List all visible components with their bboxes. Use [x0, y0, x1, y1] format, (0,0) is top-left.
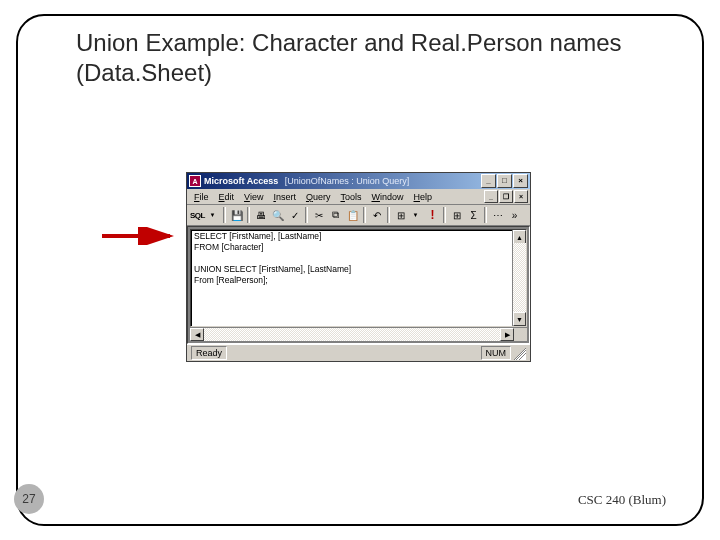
toolbar-separator — [247, 207, 250, 223]
totals-icon: Σ — [470, 210, 476, 221]
querytype-icon: ⊞ — [397, 210, 405, 221]
spelling-button[interactable]: ✓ — [286, 207, 303, 224]
menu-file[interactable]: File — [189, 191, 214, 203]
show-table-button[interactable]: ⊞ — [448, 207, 465, 224]
sql-text-content: SELECT [FirstName], [LastName] FROM [Cha… — [194, 231, 351, 286]
totals-button[interactable]: Σ — [465, 207, 482, 224]
status-numlock: NUM — [481, 346, 512, 360]
slide-container: Union Example: Character and Real.Person… — [0, 0, 720, 540]
toolbar-separator — [305, 207, 308, 223]
toolbar: SQL ▼ 💾 🖶 🔍 ✓ ✂ ⧉ 📋 ↶ ⊞ ▼ ! ⊞ Σ ⋯ » — [187, 205, 530, 226]
paste-icon: 📋 — [347, 210, 359, 221]
copy-icon: ⧉ — [332, 209, 339, 221]
view-dropdown-button[interactable]: ▼ — [204, 207, 221, 224]
print-button[interactable]: 🖶 — [252, 207, 269, 224]
save-icon: 💾 — [231, 210, 243, 221]
scroll-left-button[interactable]: ◀ — [190, 328, 204, 341]
cut-icon: ✂ — [315, 210, 323, 221]
menu-help[interactable]: Help — [409, 191, 438, 203]
save-button[interactable]: 💾 — [228, 207, 245, 224]
print-icon: 🖶 — [256, 210, 266, 221]
maximize-button[interactable]: □ — [497, 174, 512, 188]
menu-edit[interactable]: Edit — [214, 191, 240, 203]
child-close-button[interactable]: × — [514, 190, 528, 203]
status-bar: Ready NUM — [187, 344, 530, 361]
scroll-track[interactable] — [204, 328, 500, 341]
spell-icon: ✓ — [291, 210, 299, 221]
scroll-track[interactable] — [513, 243, 526, 313]
menu-bar: File Edit View Insert Query Tools Window… — [187, 189, 530, 205]
toolbar-separator — [443, 207, 446, 223]
window-titlebar[interactable]: A Microsoft Access [UnionOfNames : Union… — [187, 173, 530, 189]
toolbar-separator — [363, 207, 366, 223]
scroll-up-button[interactable]: ▲ — [513, 230, 526, 244]
menu-query[interactable]: Query — [301, 191, 336, 203]
mdi-child-controls: _ ❐ × — [484, 190, 528, 203]
access-window: A Microsoft Access [UnionOfNames : Union… — [186, 172, 531, 362]
scroll-right-button[interactable]: ▶ — [500, 328, 514, 341]
slide-number-badge: 27 — [14, 484, 44, 514]
vertical-scrollbar[interactable]: ▲ ▼ — [512, 230, 526, 326]
titlebar-caption: Microsoft Access [UnionOfNames : Union Q… — [204, 176, 481, 186]
sql-text-area[interactable]: SELECT [FirstName], [LastName] FROM [Cha… — [190, 229, 527, 327]
minimize-button[interactable]: _ — [481, 174, 496, 188]
menu-tools[interactable]: Tools — [335, 191, 366, 203]
child-minimize-button[interactable]: _ — [484, 190, 498, 203]
callout-arrow — [100, 227, 180, 249]
copy-button[interactable]: ⧉ — [327, 207, 344, 224]
close-button[interactable]: × — [513, 174, 528, 188]
access-app-icon: A — [189, 175, 201, 187]
menu-view[interactable]: View — [239, 191, 268, 203]
app-name: Microsoft Access — [204, 176, 278, 186]
undo-icon: ↶ — [373, 210, 381, 221]
undo-button[interactable]: ↶ — [368, 207, 385, 224]
overflow-icon: » — [512, 210, 518, 221]
scroll-down-button[interactable]: ▼ — [513, 312, 526, 326]
window-control-buttons: _ □ × — [481, 174, 528, 188]
print-preview-button[interactable]: 🔍 — [269, 207, 286, 224]
slide-title: Union Example: Character and Real.Person… — [76, 28, 656, 88]
document-name: [UnionOfNames : Union Query] — [285, 176, 410, 186]
run-button[interactable]: ! — [424, 207, 441, 224]
more-icon: ⋯ — [493, 210, 503, 221]
horizontal-scrollbar[interactable]: ◀ ▶ — [190, 327, 527, 341]
show-table-icon: ⊞ — [453, 210, 461, 221]
toolbar-separator — [484, 207, 487, 223]
run-icon: ! — [431, 208, 435, 222]
resize-grip[interactable] — [513, 347, 526, 360]
menu-window[interactable]: Window — [366, 191, 408, 203]
menu-insert[interactable]: Insert — [268, 191, 301, 203]
query-type-dropdown-button[interactable]: ▼ — [407, 207, 424, 224]
preview-icon: 🔍 — [272, 210, 284, 221]
status-ready: Ready — [191, 346, 227, 360]
toolbar-overflow-button[interactable]: » — [506, 207, 523, 224]
child-restore-button[interactable]: ❐ — [499, 190, 513, 203]
toolbar-separator — [387, 207, 390, 223]
toolbar-separator — [223, 207, 226, 223]
scroll-corner — [514, 328, 527, 341]
toolbar-more-button[interactable]: ⋯ — [489, 207, 506, 224]
slide-footer: CSC 240 (Blum) — [578, 492, 666, 508]
paste-button[interactable]: 📋 — [344, 207, 361, 224]
cut-button[interactable]: ✂ — [310, 207, 327, 224]
mdi-client-area: SELECT [FirstName], [LastName] FROM [Cha… — [187, 226, 530, 344]
